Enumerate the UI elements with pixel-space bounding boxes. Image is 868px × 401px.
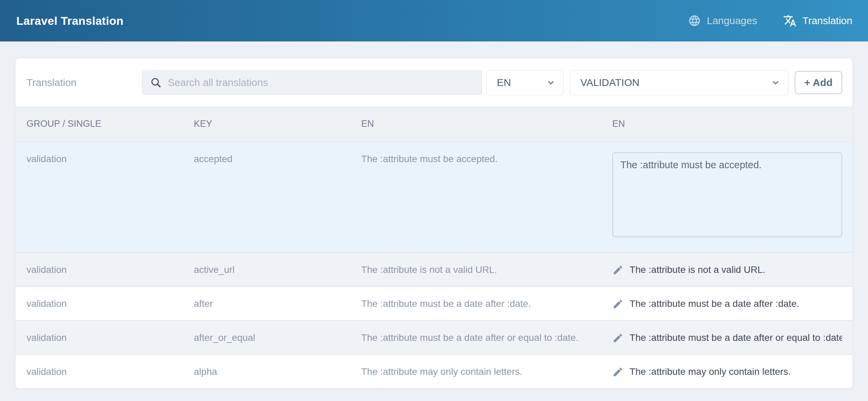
cell-group: validation: [16, 287, 183, 320]
language-select-value: EN: [497, 77, 511, 88]
cell-translation[interactable]: The :attribute must be a date after or e…: [601, 321, 852, 354]
add-button[interactable]: + Add: [795, 71, 842, 94]
page-body: Translation EN VALIDATION + Add: [0, 41, 868, 388]
globe-icon: [688, 14, 701, 27]
app-title: Laravel Translation: [16, 14, 124, 28]
translation-text: The :attribute must be a date after :dat…: [630, 297, 799, 311]
cell-group: validation: [16, 321, 183, 354]
table-row: validation after_or_equal The :attribute…: [16, 320, 852, 354]
translation-text: The :attribute may only contain letters.: [630, 365, 791, 379]
cell-key: accepted: [183, 142, 350, 252]
table-row: validation after The :attribute must be …: [16, 286, 852, 320]
cell-key: active_url: [183, 253, 350, 286]
translation-text: The :attribute must be a date after or e…: [630, 331, 842, 345]
cell-translation[interactable]: The :attribute must be a date after :dat…: [601, 287, 852, 320]
cell-translation[interactable]: [601, 142, 852, 252]
nav-links: Languages Translation: [688, 14, 852, 28]
edit-pencil-icon: [612, 298, 623, 310]
cell-key: alpha: [183, 355, 350, 388]
translation-panel: Translation EN VALIDATION + Add: [16, 58, 852, 388]
header-key: KEY: [183, 119, 350, 129]
cell-source-text: The :attribute must be a date after :dat…: [350, 287, 601, 320]
translation-editor[interactable]: [612, 152, 842, 237]
panel-title: Translation: [26, 77, 142, 88]
chevron-down-icon: [546, 78, 555, 87]
edit-pencil-icon: [612, 366, 623, 378]
cell-translation[interactable]: The :attribute is not a valid URL.: [601, 253, 852, 286]
table-row: validation alpha The :attribute may only…: [16, 354, 852, 388]
search-input[interactable]: [168, 77, 478, 88]
group-select-value: VALIDATION: [580, 77, 639, 88]
table-row: validation active_url The :attribute is …: [16, 252, 852, 286]
toolbar: Translation EN VALIDATION + Add: [16, 58, 852, 106]
cell-source-text: The :attribute is not a valid URL.: [350, 253, 601, 286]
nav-link-translation[interactable]: Translation: [783, 14, 852, 28]
cell-translation[interactable]: The :attribute may only contain letters.: [601, 355, 852, 388]
group-select[interactable]: VALIDATION: [570, 70, 789, 95]
cell-source-text: The :attribute may only contain letters.: [350, 355, 601, 388]
cell-source-text: The :attribute must be a date after or e…: [350, 321, 601, 354]
search-icon: [150, 76, 168, 89]
table-header: GROUP / SINGLE KEY EN EN: [16, 106, 852, 142]
nav-link-label: Languages: [707, 15, 757, 27]
nav-link-label: Translation: [802, 15, 852, 27]
edit-pencil-icon: [612, 264, 623, 276]
header-target-locale: EN: [601, 119, 852, 129]
cell-group: validation: [16, 253, 183, 286]
cell-group: validation: [16, 355, 183, 388]
cell-key: after: [183, 287, 350, 320]
navbar: Laravel Translation Languages Translatio…: [0, 0, 868, 41]
edit-pencil-icon: [612, 332, 623, 344]
header-source-locale: EN: [350, 119, 601, 129]
chevron-down-icon: [771, 78, 780, 87]
search-box: [142, 70, 482, 95]
cell-key: after_or_equal: [183, 321, 350, 354]
table-body: validation accepted The :attribute must …: [16, 142, 852, 388]
cell-group: validation: [16, 142, 183, 252]
cell-source-text: The :attribute must be accepted.: [350, 142, 601, 252]
translate-icon: [783, 14, 797, 28]
translation-text: The :attribute is not a valid URL.: [630, 263, 765, 277]
nav-link-languages[interactable]: Languages: [688, 14, 757, 27]
header-group-single: GROUP / SINGLE: [16, 119, 183, 129]
table-row: validation accepted The :attribute must …: [16, 142, 852, 252]
language-select[interactable]: EN: [486, 70, 564, 95]
